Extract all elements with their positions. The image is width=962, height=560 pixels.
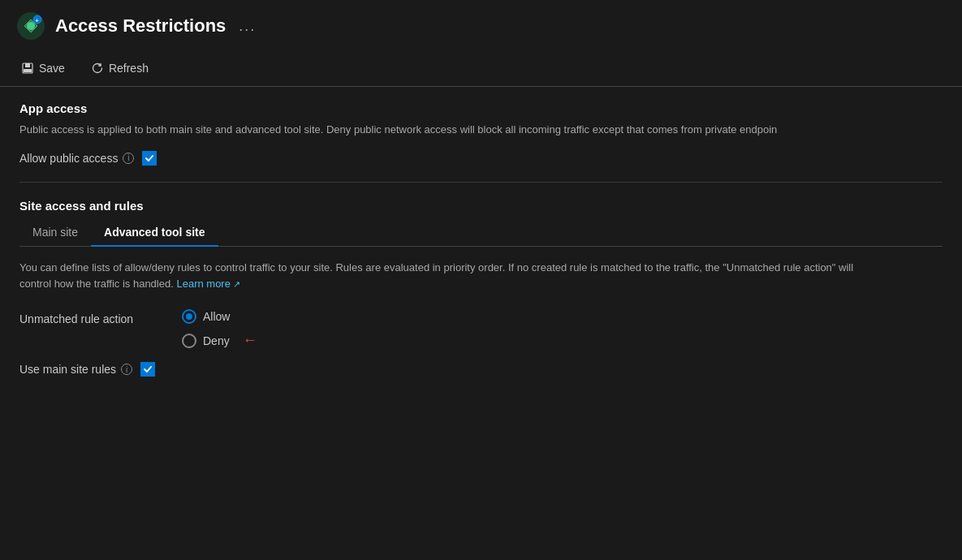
refresh-icon (91, 62, 104, 75)
svg-rect-5 (25, 63, 30, 67)
save-label: Save (39, 62, 65, 75)
unmatched-rule-row: Unmatched rule action Allow Deny ← (19, 309, 943, 349)
arrow-indicator: ← (243, 332, 257, 349)
use-main-site-rules-label: Use main site rules i (19, 363, 132, 376)
main-content: App access Public access is applied to b… (0, 87, 962, 391)
svg-text:+: + (36, 18, 39, 24)
svg-rect-6 (24, 69, 32, 72)
allow-radio-option[interactable]: Allow (182, 309, 257, 324)
site-access-title: Site access and rules (19, 199, 943, 213)
tab-advanced-tool-site[interactable]: Advanced tool site (91, 219, 218, 247)
save-icon (21, 62, 34, 75)
section-divider (19, 182, 943, 183)
app-icon: + (16, 11, 45, 41)
refresh-button[interactable]: Refresh (86, 58, 153, 78)
allow-radio-circle (182, 309, 196, 324)
site-access-description: You can define lists of allow/deny rules… (19, 260, 872, 294)
deny-radio-label: Deny (203, 334, 230, 347)
allow-public-access-info-icon[interactable]: i (123, 153, 134, 164)
external-link-icon: ↗ (233, 278, 240, 292)
use-main-site-rules-row: Use main site rules i (19, 362, 943, 377)
use-main-site-rules-info-icon[interactable]: i (121, 364, 132, 375)
refresh-label: Refresh (109, 62, 149, 75)
app-access-section: App access Public access is applied to b… (19, 101, 943, 166)
unmatched-rule-label: Unmatched rule action (19, 309, 166, 325)
site-tabs: Main site Advanced tool site (19, 219, 943, 247)
allow-public-access-label: Allow public access i (19, 152, 134, 165)
page-header: + Access Restrictions ... (0, 0, 962, 52)
tab-main-site[interactable]: Main site (19, 219, 91, 247)
more-options-button[interactable]: ... (239, 18, 256, 35)
deny-radio-option[interactable]: Deny ← (182, 332, 257, 349)
site-access-section: Site access and rules Main site Advanced… (19, 199, 943, 377)
toolbar: Save Refresh (0, 52, 962, 87)
allow-radio-label: Allow (203, 310, 230, 323)
app-access-title: App access (19, 101, 943, 115)
allow-public-access-checkbox[interactable] (142, 151, 157, 166)
use-main-site-rules-checkbox[interactable] (140, 362, 155, 377)
unmatched-rule-radio-group: Allow Deny ← (182, 309, 257, 349)
app-access-description: Public access is applied to both main si… (19, 122, 943, 138)
page-title: Access Restrictions (55, 15, 226, 37)
deny-radio-circle (182, 334, 196, 348)
learn-more-link[interactable]: Learn more ↗ (176, 276, 239, 293)
svg-point-1 (27, 22, 35, 30)
save-button[interactable]: Save (16, 58, 70, 78)
allow-public-access-row: Allow public access i (19, 151, 943, 166)
